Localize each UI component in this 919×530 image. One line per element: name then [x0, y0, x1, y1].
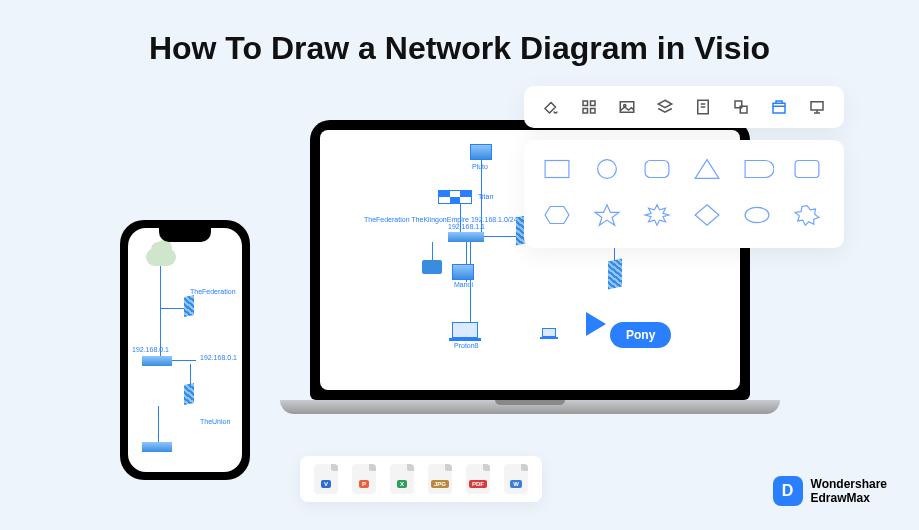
connection-line [190, 364, 191, 386]
brand-line2: EdrawMax [811, 491, 887, 505]
node-label: Mandi [454, 281, 473, 288]
server-node[interactable] [608, 259, 622, 290]
file-pdf[interactable]: PDF [466, 464, 490, 494]
file-visio[interactable]: V [314, 464, 338, 494]
shape-round-rect[interactable] [640, 154, 678, 188]
svg-rect-12 [811, 102, 823, 110]
file-jpg[interactable]: JPG [428, 464, 452, 494]
svg-rect-1 [591, 101, 596, 106]
cursor-label-pill: Pony [610, 322, 671, 348]
svg-rect-3 [591, 109, 596, 114]
ip-label: 192.168.0.1 [132, 346, 169, 353]
layers-icon[interactable] [656, 98, 674, 116]
phone-mockup: TheFederation 192.168.0.1 192.168.0.1 Th… [120, 220, 250, 480]
table-node[interactable] [438, 190, 472, 204]
brand-logo-icon: D [773, 476, 803, 506]
note-icon[interactable] [694, 98, 712, 116]
svg-rect-15 [545, 161, 569, 178]
shape-star[interactable] [590, 200, 628, 234]
ip-label: 192.168.0.1 [200, 354, 237, 361]
connection-line [484, 236, 520, 237]
image-icon[interactable] [618, 98, 636, 116]
box-icon[interactable] [770, 98, 788, 116]
svg-rect-2 [583, 109, 588, 114]
node-label: Proton8 [454, 342, 479, 349]
shape-flag[interactable] [740, 154, 778, 188]
svg-point-16 [598, 160, 617, 179]
toolbar [524, 86, 844, 128]
brand-line1: Wondershare [811, 477, 887, 491]
printer-node[interactable] [422, 260, 442, 274]
connection-line [172, 360, 196, 361]
node-label: Titan [478, 193, 493, 200]
laptop-base [280, 400, 780, 414]
server-node[interactable] [184, 383, 194, 405]
pc-node[interactable] [470, 144, 492, 160]
svg-rect-11 [773, 103, 785, 113]
page-title: How To Draw a Network Diagram in Visio [0, 0, 919, 67]
shape-diamond[interactable] [690, 200, 728, 234]
server-node[interactable] [184, 295, 194, 317]
pc-node[interactable] [452, 264, 474, 280]
cursor-icon [586, 312, 606, 336]
svg-rect-17 [645, 161, 669, 178]
laptop-node[interactable] [542, 328, 558, 339]
brand: D Wondershare EdrawMax [773, 476, 887, 506]
laptop-node[interactable] [452, 322, 481, 341]
shape-sunburst[interactable] [790, 200, 828, 234]
svg-point-19 [745, 207, 769, 222]
textblock: TheUnion [200, 418, 230, 425]
svg-rect-18 [795, 161, 819, 178]
file-word[interactable]: W [504, 464, 528, 494]
file-formats-bar: V P X JPG PDF W [300, 456, 542, 502]
ip-label: 192.168.1.1 [448, 223, 485, 230]
shapes-panel [524, 140, 844, 248]
switch-node[interactable] [142, 442, 172, 452]
component-icon[interactable] [732, 98, 750, 116]
node-label: Pluto [472, 163, 488, 170]
phone-canvas: TheFederation 192.168.0.1 192.168.0.1 Th… [128, 228, 242, 472]
file-excel[interactable]: X [390, 464, 414, 494]
fill-icon[interactable] [542, 98, 560, 116]
connection-line [160, 266, 161, 356]
shape-triangle[interactable] [690, 154, 728, 188]
shape-circle[interactable] [590, 154, 628, 188]
file-ppt[interactable]: P [352, 464, 376, 494]
shape-burst[interactable] [640, 200, 678, 234]
cloud-node[interactable] [146, 248, 176, 266]
switch-node[interactable] [142, 356, 172, 366]
svg-rect-0 [583, 101, 588, 106]
shape-rect[interactable] [540, 154, 578, 188]
grid-icon[interactable] [580, 98, 598, 116]
shape-soft-rect[interactable] [790, 154, 828, 188]
textblock: TheFederation [190, 288, 236, 295]
connection-line [158, 406, 159, 442]
shape-ellipse[interactable] [740, 200, 778, 234]
shape-hexagon[interactable] [540, 200, 578, 234]
present-icon[interactable] [808, 98, 826, 116]
phone-notch [159, 228, 211, 242]
switch-node[interactable] [448, 232, 484, 242]
textblock: TheFederation TheKlingonEmpire 192.168.1… [364, 216, 518, 224]
